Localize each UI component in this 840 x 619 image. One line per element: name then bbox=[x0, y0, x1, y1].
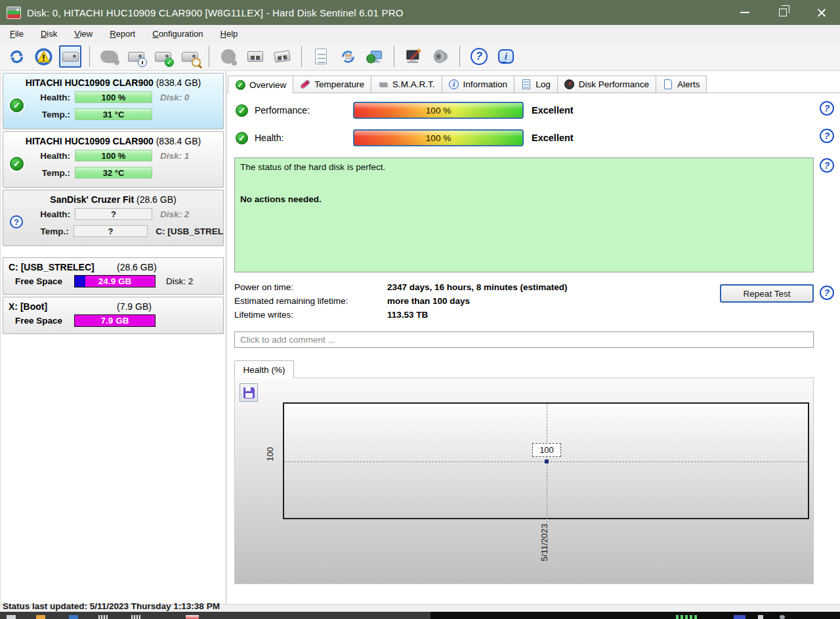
disabled-disk-icon bbox=[100, 51, 118, 63]
temp-row: Temp.: 31 °C bbox=[3, 106, 223, 122]
data-point-label: 100 bbox=[532, 443, 561, 457]
lifetime-writes-row: Lifetime writes: 113.53 TB bbox=[234, 310, 428, 320]
menu-disk[interactable]: Disk bbox=[32, 26, 66, 41]
temp-meter: 31 °C bbox=[75, 108, 152, 120]
tab-label: S.M.A.R.T. bbox=[392, 79, 435, 89]
temp-label: Temp.: bbox=[30, 110, 70, 119]
hard-disk-clock-icon[interactable] bbox=[125, 45, 147, 68]
status-help-icon[interactable]: ? bbox=[820, 158, 834, 173]
menu-help[interactable]: Help bbox=[212, 26, 247, 41]
info-circle-icon: i bbox=[449, 79, 459, 90]
disk-card-2[interactable]: SanDisk' Cruzer Fit (28.6 GB) ? Health: … bbox=[3, 190, 224, 246]
health-help-icon[interactable]: ? bbox=[820, 129, 834, 143]
statusbar: Status last updated: 5/11/2023 Thursday … bbox=[0, 604, 840, 612]
send-report-icon[interactable] bbox=[337, 45, 359, 68]
health-row: Health: ? Disk: 2 bbox=[3, 206, 223, 222]
disk-size: (838.4 GB) bbox=[156, 77, 201, 88]
restore-icon bbox=[779, 9, 787, 16]
question-mark-icon: ? bbox=[471, 48, 488, 65]
partition-title: X: [Boot] (7.9 GB) bbox=[3, 301, 223, 312]
tab-label: Temperature bbox=[314, 79, 364, 89]
tab-label: Information bbox=[463, 79, 508, 89]
speaker-icon[interactable] bbox=[429, 45, 452, 68]
restore-button[interactable] bbox=[764, 0, 802, 25]
menu-report[interactable]: Report bbox=[101, 26, 144, 41]
hard-disk-selected-icon[interactable] bbox=[59, 45, 81, 68]
green-check-icon: ✓ bbox=[235, 79, 245, 90]
taskbar-sliver[interactable] bbox=[0, 612, 840, 619]
alert-page-icon bbox=[663, 79, 673, 90]
hard-disk-check-icon[interactable]: ✓ bbox=[152, 45, 174, 68]
floppy-disk-icon bbox=[243, 387, 255, 398]
free-space-value: 7.9 GB bbox=[75, 315, 155, 326]
free-space-label: Free Space bbox=[15, 276, 72, 286]
disk-card-1[interactable]: HITACHI HUC10909 CLAR900 (838.4 GB) ✓ He… bbox=[3, 131, 224, 188]
hard-disk-sentinel-window: Disk: 0, HITACHI HUC10909 CLAR900 [W8G11… bbox=[0, 0, 840, 619]
partition-card-c[interactable]: C: [USB_STRELEC] (28.6 GB) Free Space 24… bbox=[3, 257, 224, 295]
disk-tray-icon[interactable] bbox=[244, 45, 266, 68]
help-icon[interactable]: ? bbox=[468, 45, 490, 68]
hard-disk-magnifier-icon[interactable] bbox=[178, 45, 201, 68]
report-document-icon[interactable] bbox=[310, 45, 332, 68]
tab-temperature[interactable]: Temperature bbox=[293, 75, 371, 93]
tab-smart[interactable]: S.M.A.R.T. bbox=[371, 75, 442, 93]
minimize-button[interactable] bbox=[726, 0, 764, 25]
partition-size: (7.9 GB) bbox=[117, 301, 152, 312]
health-label: Health: bbox=[30, 151, 70, 161]
clock-badge-icon bbox=[138, 58, 147, 67]
network-monitor-icon[interactable] bbox=[364, 45, 386, 68]
power-on-time-row: Power on time: 2347 days, 16 hours, 8 mi… bbox=[234, 282, 568, 292]
info-icon[interactable]: i bbox=[495, 45, 517, 68]
partition-name: X: [Boot] bbox=[9, 301, 117, 312]
menu-file[interactable]: File bbox=[1, 26, 32, 41]
chart-tab-health[interactable]: Health (%) bbox=[234, 360, 294, 378]
partition-title: C: [USB_STRELEC] (28.6 GB) bbox=[3, 262, 223, 272]
health-meter: 100 % bbox=[75, 91, 152, 103]
disk-title: HITACHI HUC10909 CLAR900 (838.4 GB) bbox=[3, 74, 223, 88]
tab-overview[interactable]: ✓Overview bbox=[228, 75, 293, 93]
tab-alerts[interactable]: Alerts bbox=[656, 75, 707, 93]
performance-label: Performance: bbox=[255, 105, 353, 116]
free-space-row: Free Space 7.9 GB bbox=[3, 314, 223, 327]
refresh-arrows-icon[interactable] bbox=[5, 45, 28, 68]
disk-number: Disk: 2 bbox=[160, 209, 189, 219]
comment-input[interactable] bbox=[234, 331, 814, 348]
hard-disk-disabled-icon[interactable] bbox=[98, 45, 120, 68]
disk-card-0[interactable]: HITACHI HUC10909 CLAR900 (838.4 GB) ✓ He… bbox=[3, 73, 224, 129]
monitor-screwdriver-icon[interactable] bbox=[402, 45, 425, 68]
tab-information[interactable]: iInformation bbox=[442, 75, 515, 93]
document-icon bbox=[315, 49, 327, 64]
status-line1: The status of the hard disk is perfect. bbox=[240, 162, 808, 172]
unknown-status-icon: ? bbox=[10, 215, 23, 228]
toolbar-separator bbox=[394, 46, 394, 67]
menu-configuration[interactable]: Configuration bbox=[144, 26, 211, 41]
menu-view[interactable]: View bbox=[66, 26, 101, 41]
tray-icon bbox=[734, 615, 746, 619]
close-button[interactable] bbox=[802, 0, 840, 25]
close-icon bbox=[816, 8, 826, 18]
disk-number: Disk: 2 bbox=[166, 276, 193, 286]
health-chart-panel: 100 100 5/11/2023 bbox=[234, 377, 814, 584]
repeat-test-help-icon[interactable]: ? bbox=[820, 286, 834, 300]
free-space-row: Free Space 24.9 GB Disk: 2 bbox=[3, 275, 223, 288]
refresh-warning-icon[interactable] bbox=[32, 45, 54, 68]
health-rating: Excellent bbox=[532, 133, 574, 143]
partition-card-x[interactable]: X: [Boot] (7.9 GB) Free Space 7.9 GB bbox=[3, 297, 224, 334]
disk-tray-power-icon[interactable] bbox=[271, 45, 293, 68]
tab-disk-performance[interactable]: Disk Performance bbox=[557, 75, 656, 93]
y-axis-tick: 100 bbox=[265, 447, 275, 461]
silhouette-disabled-icon[interactable] bbox=[217, 45, 240, 68]
tabstrip: ✓Overview Temperature S.M.A.R.T. iInform… bbox=[226, 75, 840, 93]
tab-label: Disk Performance bbox=[579, 79, 649, 89]
repeat-test-button[interactable]: Repeat Test bbox=[720, 284, 814, 303]
save-chart-button[interactable] bbox=[240, 383, 258, 402]
performance-help-icon[interactable]: ? bbox=[820, 101, 834, 116]
health-gradient-bar: 100 % bbox=[353, 129, 524, 146]
health-label: Health: bbox=[255, 133, 353, 143]
volume-label: C: [USB_STREL bbox=[156, 226, 223, 236]
taskbar-segment bbox=[0, 612, 430, 619]
performance-row: ✓ Performance: 100 % Excellent bbox=[236, 102, 574, 119]
status-text: Status last updated: 5/11/2023 Thursday … bbox=[3, 601, 220, 611]
tab-log[interactable]: Log bbox=[514, 75, 558, 93]
magnifier-badge-icon bbox=[192, 58, 201, 67]
